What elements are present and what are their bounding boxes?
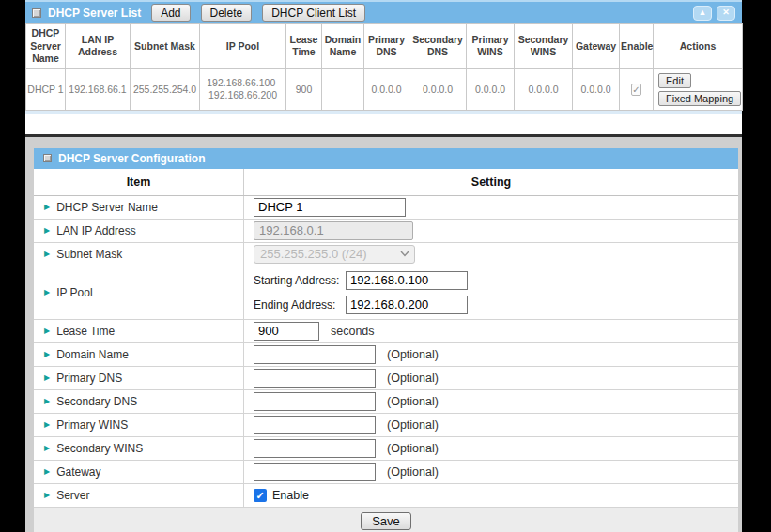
ending-address-label: Ending Address: [254,298,346,312]
server-label: Server [56,489,89,502]
enable-checkbox-disabled: ✓ [631,84,640,96]
gateway-label: Gateway [56,465,100,479]
col-dhcp-server-name: DHCP Server Name [26,24,66,69]
item-marker-icon: ▶ [44,421,50,429]
panel-square-icon [32,8,41,18]
item-marker-icon: ▶ [44,398,50,405]
domain-name-input[interactable] [254,345,376,364]
secondary-wins-input[interactable] [254,439,376,458]
row-gateway: ▶Gateway (Optional) [34,461,738,484]
collapse-icon[interactable]: ▲ [693,6,712,21]
item-marker-icon: ▶ [44,492,50,499]
config-panel-title: DHCP Server Configuration [58,152,205,165]
panel-square-icon [43,154,52,162]
row-primary-wins: ▶Primary WINS (Optional) [34,414,738,437]
domain-name-label: Domain Name [56,348,129,361]
col-actions: Actions [654,24,743,69]
secondary-dns-label: Secondary DNS [56,395,137,408]
row-lease-time: ▶Lease Time seconds [34,320,738,343]
page-background: DHCP Server Configuration Item Setting ▶… [25,137,742,532]
lan-ip-address-input [254,221,413,240]
cell-gateway: 0.0.0.0 [573,68,620,110]
lease-time-input[interactable] [254,322,319,341]
ending-address-input[interactable] [346,296,468,314]
starting-address-input[interactable] [346,271,468,290]
save-button[interactable]: Save [361,512,411,530]
list-bottom-padding [25,114,742,134]
config-panel-header: DHCP Server Configuration [34,148,738,169]
optional-hint: (Optional) [387,395,439,408]
ip-pool-label: IP Pool [56,286,92,299]
row-subnet-mask: ▶Subnet Mask 255.255.255.0 (/24) [34,243,738,266]
col-enable: Enable [620,24,654,69]
cell-server-name: DHCP 1 [26,68,66,110]
row-ip-pool: ▶IP Pool Starting Address: Ending Addres… [34,266,738,320]
cell-primary-wins: 0.0.0.0 [467,68,515,110]
lease-time-label: Lease Time [56,325,115,338]
cell-lease-time: 900 [286,68,322,110]
item-column-header: Item [34,169,244,195]
lease-time-unit: seconds [331,325,375,338]
cell-primary-dns: 0.0.0.0 [364,68,409,110]
primary-dns-input[interactable] [254,369,376,388]
secondary-dns-input[interactable] [254,392,376,411]
gateway-input[interactable] [254,463,376,481]
starting-address-label: Starting Address: [254,274,346,287]
row-lan-ip-address: ▶LAN IP Address [34,220,738,243]
optional-hint: (Optional) [387,442,439,455]
row-dhcp-server-name: ▶DHCP Server Name [34,196,738,220]
page-content: DHCP Server List Add Delete DHCP Client … [25,0,742,532]
secondary-wins-label: Secondary WINS [56,442,143,455]
row-domain-name: ▶Domain Name (Optional) [34,343,738,367]
dhcp-server-name-input[interactable] [254,198,406,217]
optional-hint: (Optional) [387,465,439,479]
server-enable-label: Enable [272,489,309,502]
cell-secondary-wins: 0.0.0.0 [515,68,573,110]
item-marker-icon: ▶ [44,327,50,335]
lan-ip-address-label: LAN IP Address [56,224,136,237]
table-header-row: DHCP Server Name LAN IP Address Subnet M… [26,24,743,69]
item-marker-icon: ▶ [44,227,50,235]
config-footer: Save [34,508,738,532]
subnet-mask-select: 255.255.255.0 (/24) [254,245,415,264]
item-marker-icon: ▶ [44,468,50,476]
fixed-mapping-button[interactable]: Fixed Mapping [658,91,741,106]
item-marker-icon: ▶ [44,351,50,358]
dhcp-server-name-label: DHCP Server Name [56,201,158,214]
row-primary-dns: ▶Primary DNS (Optional) [34,367,738,390]
item-marker-icon: ▶ [44,289,50,296]
item-marker-icon: ▶ [44,204,50,211]
optional-hint: (Optional) [387,372,439,385]
add-button[interactable]: Add [151,4,190,22]
row-secondary-dns: ▶Secondary DNS (Optional) [34,390,738,414]
col-primary-dns: Primary DNS [364,24,409,69]
server-enable-checkbox[interactable]: ✓ [254,489,267,502]
col-lease-time: Lease Time [286,24,322,69]
cell-domain-name [322,68,364,110]
col-ip-pool: IP Pool [200,24,286,69]
cell-enable: ✓ [620,68,654,110]
col-lan-ip-address: LAN IP Address [66,24,131,69]
close-icon[interactable]: ✕ [717,6,735,21]
primary-wins-label: Primary WINS [56,418,128,432]
cell-lan-ip: 192.168.66.1 [66,68,131,110]
primary-wins-input[interactable] [254,416,376,434]
col-secondary-wins: Secondary WINS [515,24,573,69]
col-gateway: Gateway [573,24,620,69]
dhcp-server-list-panel: DHCP Server List Add Delete DHCP Client … [25,0,742,134]
row-server: ▶Server ✓ Enable [34,484,738,508]
setting-column-header: Setting [244,169,738,195]
edit-button[interactable]: Edit [658,73,691,88]
dhcp-client-list-button[interactable]: DHCP Client List [262,4,365,22]
cell-ip-pool: 192.168.66.100- 192.168.66.200 [200,68,286,110]
subnet-mask-label: Subnet Mask [56,248,122,261]
dhcp-server-list-table: DHCP Server Name LAN IP Address Subnet M… [25,23,743,111]
list-panel-title: DHCP Server List [48,7,141,20]
item-marker-icon: ▶ [44,251,50,258]
dhcp-server-configuration-panel: DHCP Server Configuration Item Setting ▶… [34,148,738,532]
item-marker-icon: ▶ [44,374,50,382]
delete-button[interactable]: Delete [201,4,253,22]
cell-subnet-mask: 255.255.254.0 [131,68,200,110]
col-domain-name: Domain Name [322,24,364,69]
window-controls: ▲ ✕ [693,6,735,21]
